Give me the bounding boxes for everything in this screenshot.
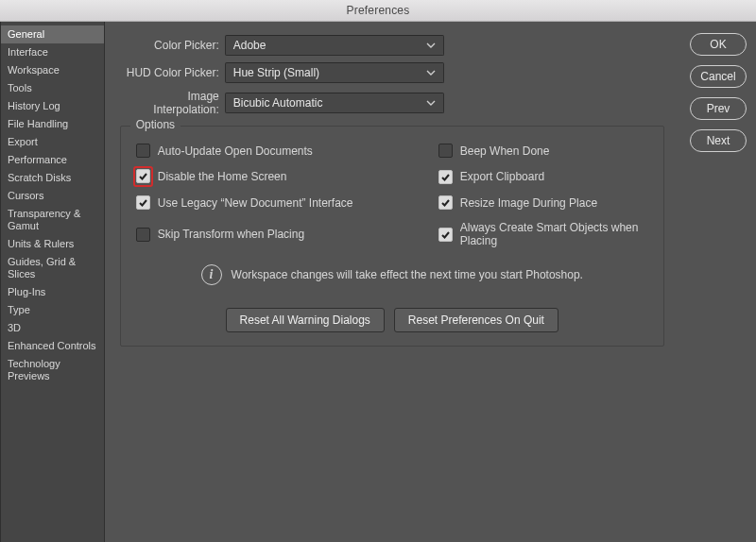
sidebar-item-label: Performance xyxy=(8,154,67,165)
chevron-down-icon xyxy=(426,42,436,48)
sidebar-item-performance[interactable]: Performance xyxy=(1,151,104,169)
sidebar-item-label: History Log xyxy=(8,100,60,111)
option-label: Always Create Smart Objects when Placing xyxy=(460,221,648,247)
option-use-legacy-new-document-interface[interactable]: Use Legacy “New Document” Interface xyxy=(136,195,438,210)
color-picker-label: Color Picker: xyxy=(120,39,225,52)
sidebar-item-file-handling[interactable]: File Handling xyxy=(1,115,104,133)
sidebar-item-enhanced-controls[interactable]: Enhanced Controls xyxy=(1,337,104,355)
info-text: Workspace changes will take effect the n… xyxy=(232,268,583,281)
option-resize-image-during-place[interactable]: Resize Image During Place xyxy=(438,195,648,210)
sidebar-item-label: Cursors xyxy=(8,190,44,201)
checkbox-icon xyxy=(136,228,150,242)
cancel-button[interactable]: Cancel xyxy=(690,65,747,88)
sidebar-item-type[interactable]: Type xyxy=(1,301,104,319)
options-group: Options Auto-Update Open DocumentsBeep W… xyxy=(120,126,664,347)
color-picker-value: Adobe xyxy=(233,39,266,52)
option-label: Disable the Home Screen xyxy=(158,170,287,183)
sidebar-item-label: Export xyxy=(8,136,38,147)
sidebar-item-interface[interactable]: Interface xyxy=(1,43,104,61)
next-button[interactable]: Next xyxy=(690,129,747,152)
reset-prefs-button[interactable]: Reset Preferences On Quit xyxy=(394,308,558,332)
info-icon: i xyxy=(201,264,222,285)
option-export-clipboard[interactable]: Export Clipboard xyxy=(438,169,648,184)
sidebar-item-cursors[interactable]: Cursors xyxy=(1,187,104,205)
preferences-main: Color Picker: Adobe HUD Color Picker: Hu… xyxy=(105,22,679,542)
image-interpolation-label: Image Interpolation: xyxy=(120,90,225,116)
sidebar-item-label: 3D xyxy=(8,322,21,333)
option-label: Auto-Update Open Documents xyxy=(158,144,313,158)
sidebar-item-label: Transparency & Gamut xyxy=(8,208,80,231)
sidebar-item-label: Enhanced Controls xyxy=(8,340,96,351)
checkbox-icon xyxy=(136,144,150,158)
sidebar-item-label: Plug-Ins xyxy=(8,286,45,297)
sidebar-item-transparency-gamut[interactable]: Transparency & Gamut xyxy=(1,205,104,235)
sidebar-item-workspace[interactable]: Workspace xyxy=(1,61,104,79)
options-legend: Options xyxy=(130,118,180,131)
sidebar-item-export[interactable]: Export xyxy=(1,133,104,151)
chevron-down-icon xyxy=(426,100,436,106)
hud-color-picker-value: Hue Strip (Small) xyxy=(233,66,319,79)
sidebar-item-label: Technology Previews xyxy=(8,358,60,381)
sidebar-item-history-log[interactable]: History Log xyxy=(1,97,104,115)
preferences-sidebar: GeneralInterfaceWorkspaceToolsHistory Lo… xyxy=(0,22,105,542)
sidebar-item-label: File Handling xyxy=(8,118,68,129)
option-label: Use Legacy “New Document” Interface xyxy=(158,196,353,210)
sidebar-item-label: Tools xyxy=(8,82,32,93)
option-skip-transform-when-placing[interactable]: Skip Transform when Placing xyxy=(136,221,438,247)
checkbox-icon xyxy=(438,195,453,210)
sidebar-item-label: General xyxy=(8,28,44,40)
sidebar-item-label: Guides, Grid & Slices xyxy=(8,256,76,279)
hud-color-picker-label: HUD Color Picker: xyxy=(120,66,225,79)
image-interpolation-value: Bicubic Automatic xyxy=(233,96,323,110)
sidebar-item-label: Workspace xyxy=(8,64,60,76)
checkbox-icon xyxy=(438,228,453,242)
chevron-down-icon xyxy=(426,70,436,76)
prev-button[interactable]: Prev xyxy=(690,97,747,120)
window-title: Preferences xyxy=(347,4,410,17)
checkbox-icon xyxy=(438,144,453,158)
sidebar-item-label: Interface xyxy=(8,46,48,58)
dialog-actions: OK Cancel Prev Next xyxy=(679,22,756,542)
sidebar-item-label: Type xyxy=(8,304,30,315)
option-auto-update-open-documents[interactable]: Auto-Update Open Documents xyxy=(136,144,438,158)
option-beep-when-done[interactable]: Beep When Done xyxy=(438,144,648,158)
sidebar-item-plug-ins[interactable]: Plug-Ins xyxy=(1,283,104,301)
reset-warnings-button[interactable]: Reset All Warning Dialogs xyxy=(226,308,385,332)
sidebar-item-units-rulers[interactable]: Units & Rulers xyxy=(1,235,104,253)
option-label: Export Clipboard xyxy=(460,170,544,183)
image-interpolation-select[interactable]: Bicubic Automatic xyxy=(225,93,444,113)
sidebar-item-tools[interactable]: Tools xyxy=(1,79,104,97)
hud-color-picker-select[interactable]: Hue Strip (Small) xyxy=(225,62,444,83)
color-picker-select[interactable]: Adobe xyxy=(225,35,444,56)
highlight-ring xyxy=(133,166,153,187)
sidebar-item-label: Scratch Disks xyxy=(8,172,71,183)
option-label: Beep When Done xyxy=(460,144,550,158)
checkbox-icon xyxy=(438,170,453,184)
sidebar-item-guides-grid-slices[interactable]: Guides, Grid & Slices xyxy=(1,253,104,283)
option-disable-the-home-screen[interactable]: Disable the Home Screen xyxy=(136,169,438,184)
sidebar-item-label: Units & Rulers xyxy=(8,238,74,249)
sidebar-item-3d[interactable]: 3D xyxy=(1,319,104,337)
window-titlebar: Preferences xyxy=(0,0,756,22)
option-always-create-smart-objects-when-placing[interactable]: Always Create Smart Objects when Placing xyxy=(438,221,648,247)
sidebar-item-scratch-disks[interactable]: Scratch Disks xyxy=(1,169,104,187)
sidebar-item-technology-previews[interactable]: Technology Previews xyxy=(1,355,104,385)
checkbox-icon xyxy=(136,195,150,210)
checkbox-icon xyxy=(136,169,150,183)
option-label: Skip Transform when Placing xyxy=(158,228,304,241)
option-label: Resize Image During Place xyxy=(460,196,597,210)
sidebar-item-general[interactable]: General xyxy=(1,25,104,43)
ok-button[interactable]: OK xyxy=(690,33,747,56)
